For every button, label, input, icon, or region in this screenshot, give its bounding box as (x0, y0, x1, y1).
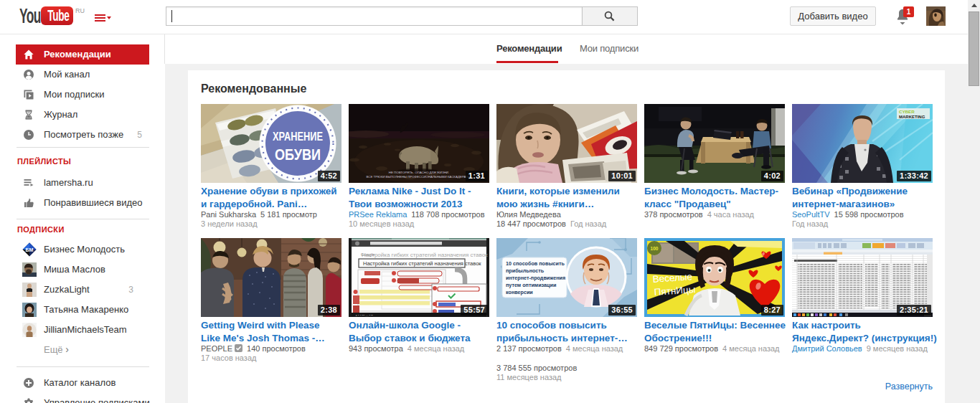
svg-text:НЕ ПОВТОРЯТЬ. ОПАСНО ДЛЯ ЖИЗНИ: НЕ ПОВТОРЯТЬ. ОПАСНО ДЛЯ ЖИЗНИ. (389, 171, 449, 174)
svg-text:ХРАНЕНИЕ: ХРАНЕНИЕ (273, 130, 323, 143)
svg-text:интернет-продвижения: интернет-продвижения (506, 275, 565, 281)
svg-text:ВСЕ ТРЮКИ ВЫПОЛНЕНЫ ПРОФЕССИОН: ВСЕ ТРЮКИ ВЫПОЛНЕНЫ ПРОФЕССИОНАЛЬНЫМИ КА… (367, 175, 472, 179)
svg-text:Google: Google (361, 252, 375, 257)
svg-text:ОБУВИ: ОБУВИ (275, 146, 321, 163)
svg-text:БМ: БМ (26, 247, 34, 252)
svg-text:Настройка гибких стратегий наз: Настройка гибких стратегий назначения ст… (362, 252, 488, 258)
svg-text:▸ ▪ ▪ ▪▪▪ — ▪ ▪▪: ▸ ▪ ▪ ▪▪▪ — ▪ ▪▪ (356, 313, 374, 317)
svg-text:прибыльность: прибыльность (506, 267, 545, 274)
svg-text:конверсии: конверсии (506, 289, 533, 295)
svg-text:MARKETING: MARKETING (899, 115, 925, 119)
svg-text:10 способов повысить: 10 способов повысить (506, 260, 565, 267)
svg-text:CYBER: CYBER (899, 109, 915, 114)
svg-text:Настройка гибких стратегий наз: Настройка гибких стратегий назначения ст… (363, 260, 481, 267)
svg-text:путем оптимизации: путем оптимизации (506, 282, 556, 288)
svg-text:100: 100 (651, 246, 659, 251)
